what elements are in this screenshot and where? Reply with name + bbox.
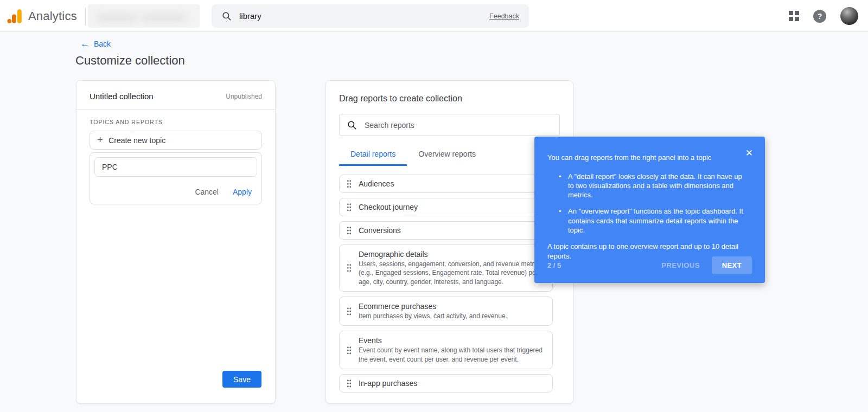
report-row-in-app-purchases[interactable]: In-app purchases [339, 374, 553, 392]
cancel-button[interactable]: Cancel [195, 188, 219, 196]
report-title: Events [359, 336, 545, 345]
apply-button[interactable]: Apply [233, 188, 252, 196]
page-title: Customize collection [75, 54, 185, 68]
plus-icon: + [97, 134, 103, 145]
apps-grid-icon[interactable] [789, 11, 799, 21]
report-title: Audiences [359, 179, 545, 188]
previous-button[interactable]: PREVIOUS [661, 261, 699, 269]
create-topic-label: Create new topic [108, 136, 165, 145]
brand-name: Analytics [28, 9, 77, 23]
report-search-input[interactable] [365, 121, 552, 130]
report-row-demographic-details[interactable]: Demographic details Users, sessions, eng… [339, 244, 553, 292]
tooltip-bullets: A "detail report" looks closely at the d… [547, 172, 752, 235]
global-search: Feedback [212, 4, 529, 28]
topic-name-input[interactable] [94, 157, 257, 177]
drag-handle-icon[interactable] [347, 263, 352, 272]
report-title: Checkout journey [359, 203, 545, 211]
back-arrow-icon: ← [80, 39, 90, 48]
topics-section-label: TOPICS AND REPORTS [90, 119, 262, 125]
search-input[interactable] [239, 11, 482, 21]
tooltip-bullet: An "overview report" functions as the to… [568, 207, 752, 235]
report-list: Audiences Checkout journey Conversions [339, 175, 560, 392]
create-new-topic-button[interactable]: + Create new topic [90, 131, 262, 150]
topbar: Analytics Feedback ? [0, 0, 868, 32]
report-row-events[interactable]: Events Event count by event name, along … [339, 331, 553, 369]
tab-overview-reports[interactable]: Overview reports [407, 143, 487, 166]
tour-tooltip: You can drag reports from the right pane… [534, 137, 765, 283]
report-row-audiences[interactable]: Audiences [339, 175, 553, 193]
drag-handle-icon[interactable] [347, 346, 352, 355]
drag-handle-icon[interactable] [347, 226, 352, 235]
report-description: Item purchases by views, cart activity, … [359, 312, 545, 320]
drag-handle-icon[interactable] [347, 307, 352, 316]
save-button[interactable]: Save [222, 371, 261, 388]
report-title: Ecommerce purchases [359, 302, 545, 311]
drag-handle-icon[interactable] [347, 179, 352, 188]
back-label: Back [94, 40, 111, 48]
collection-title: Untitled collection [90, 92, 154, 101]
tooltip-step-counter: 2 / 5 [547, 261, 561, 269]
feedback-link[interactable]: Feedback [489, 12, 519, 20]
back-link[interactable]: ← Back [80, 39, 111, 48]
help-icon[interactable]: ? [813, 10, 826, 23]
report-title: Conversions [359, 226, 545, 235]
tab-detail-reports[interactable]: Detail reports [339, 143, 407, 166]
tooltip-bullet: A "detail report" looks closely at the d… [568, 172, 752, 200]
analytics-logo-icon [5, 7, 24, 25]
collection-card: Untitled collection Unpublished TOPICS A… [76, 80, 276, 404]
avatar[interactable] [840, 7, 858, 25]
drag-handle-icon[interactable] [347, 203, 352, 211]
report-description: Event count by event name, along with to… [359, 346, 545, 364]
report-title: In-app purchases [359, 379, 545, 388]
report-description: Users, sessions, engagement, conversion,… [359, 260, 545, 286]
search-icon [347, 120, 357, 130]
account-selector-blurred[interactable] [88, 4, 200, 28]
report-tabs: Detail reports Overview reports [339, 143, 560, 166]
tooltip-title: You can drag reports from the right pane… [547, 153, 752, 163]
search-icon [221, 11, 232, 21]
report-row-conversions[interactable]: Conversions [339, 221, 553, 240]
drag-handle-icon[interactable] [347, 379, 352, 388]
report-row-ecommerce-purchases[interactable]: Ecommerce purchases Item purchases by vi… [339, 297, 553, 326]
reports-panel-title: Drag reports to create collection [339, 94, 560, 104]
divider [85, 8, 86, 25]
report-row-checkout-journey[interactable]: Checkout journey [339, 198, 553, 216]
collection-status-badge: Unpublished [226, 93, 262, 100]
topic-editor: Cancel Apply [90, 152, 262, 204]
report-search [339, 114, 560, 136]
close-icon[interactable]: ✕ [745, 149, 753, 158]
report-title: Demographic details [359, 250, 545, 259]
next-button[interactable]: NEXT [712, 256, 752, 274]
brand: Analytics [5, 0, 77, 32]
